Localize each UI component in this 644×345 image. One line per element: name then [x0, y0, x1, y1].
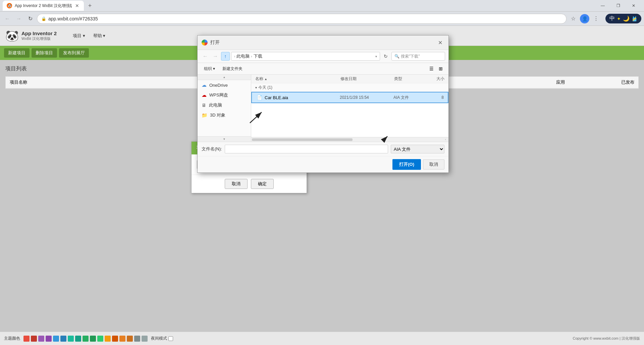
user-avatar[interactable]: 👤: [580, 14, 589, 23]
tab-title: App Inventor 2 WxBit 汉化增强版: [15, 3, 72, 9]
dialog-sidebar: ▲ ☁ OneDrive ☁ WPS网盘 🖥 此电脑 📁: [198, 75, 251, 142]
swatch-orange1[interactable]: [112, 336, 118, 342]
swatch-orange3[interactable]: [127, 336, 133, 342]
file-list: ▾ 今天 (1) 📄 Car BLE.aia 2021/1/28 15:54 A…: [251, 83, 448, 137]
swatch-green1[interactable]: [83, 336, 89, 342]
dialog-toolbar-right: ☰ ⊞: [427, 64, 445, 73]
app-content: 🐼 App Inventor 2 WxBit 汉化增强版 项目 ▾ 帮助 ▾ 新…: [0, 26, 644, 332]
file-date: 2021/1/28 15:54: [340, 95, 393, 100]
swatch-gray2[interactable]: [142, 336, 148, 342]
night-banner: 中 ✦ 🌙 🎽: [605, 14, 641, 23]
swatch-purple2[interactable]: [46, 336, 52, 342]
group-chevron[interactable]: ▾: [255, 86, 257, 89]
sidebar-item-wps[interactable]: ☁ WPS网盘: [198, 90, 251, 100]
sidebar-item-onedrive[interactable]: ☁ OneDrive: [198, 80, 251, 90]
search-icon: 🔍: [394, 54, 399, 59]
file-panel: 名称 ▲ 修改日期 类型 大小 ▾ 今天 (1): [251, 75, 448, 142]
swatch-red1[interactable]: [23, 336, 30, 342]
reload-button[interactable]: ↻: [25, 14, 35, 23]
view-list-button[interactable]: ☰: [427, 64, 436, 73]
night-mode-toggle[interactable]: 夜间模式: [151, 336, 173, 341]
swatch-blue2[interactable]: [60, 336, 66, 342]
col-modified-header[interactable]: 修改日期: [340, 76, 394, 82]
file-name: Car BLE.aia: [265, 95, 340, 100]
swatch-blue1[interactable]: [53, 336, 59, 342]
sidebar-scroll-down[interactable]: ▼: [198, 136, 251, 142]
swatch-purple1[interactable]: [38, 336, 44, 342]
col-type-header[interactable]: 类型: [394, 76, 428, 82]
3d-label: 3D 对象: [210, 112, 225, 118]
col-name-header-file[interactable]: 名称 ▲: [255, 76, 340, 82]
file-item[interactable]: 📄 Car BLE.aia 2021/1/28 15:54 AIA 文件 8: [251, 92, 448, 103]
nav-up-button[interactable]: ↑: [221, 52, 230, 61]
pc-icon: 🖥: [202, 102, 206, 108]
wps-icon: ☁: [202, 92, 207, 98]
search-box[interactable]: 🔍 搜索"下载": [391, 52, 445, 61]
night-mode-checkbox[interactable]: [168, 336, 173, 341]
wps-label: WPS网盘: [209, 92, 228, 98]
bookmark-icon[interactable]: ☆: [569, 14, 578, 23]
col-size-header[interactable]: 大小: [428, 76, 444, 82]
swatch-green3[interactable]: [97, 336, 103, 342]
file-group-today: ▾ 今天 (1): [251, 83, 448, 92]
new-tab-button[interactable]: +: [85, 1, 95, 10]
dialog-body: ▲ ☁ OneDrive ☁ WPS网盘 🖥 此电脑 📁: [198, 75, 448, 142]
swatch-red2[interactable]: [31, 336, 37, 342]
nav-back-button[interactable]: ←: [201, 52, 210, 61]
sidebar-scroll-up[interactable]: ▲: [198, 75, 251, 80]
onedrive-icon: ☁: [202, 82, 207, 88]
dialog-titlebar: 打开 ✕: [198, 36, 448, 50]
url-bar[interactable]: 🔒 app.wxbit.com/#726335: [37, 14, 567, 24]
lock-icon: 🔒: [41, 16, 46, 21]
pc-label: 此电脑: [209, 102, 222, 108]
nav-forward-button[interactable]: →: [211, 52, 220, 61]
tab-close[interactable]: ✕: [74, 3, 80, 8]
open-button[interactable]: 打开(O): [392, 159, 421, 170]
swatch-yellow[interactable]: [105, 336, 111, 342]
file-dialog: 打开 ✕ ← → ↑ › 此电脑 › 下载 ▾ ↻ 🔍 搜索": [197, 35, 449, 173]
swatch-teal2[interactable]: [75, 336, 81, 342]
new-folder-button[interactable]: 新建文件夹: [219, 65, 246, 73]
horizontal-scrollbar[interactable]: ›: [251, 137, 448, 142]
filetype-select[interactable]: AIA 文件: [391, 145, 444, 153]
path-downloads[interactable]: 下载: [254, 53, 262, 59]
menu-icon[interactable]: ⋮: [591, 14, 601, 23]
organize-button[interactable]: 组织 ▾: [201, 65, 218, 73]
back-button[interactable]: ←: [3, 14, 12, 23]
dialog-title-text: 打开: [210, 40, 220, 46]
theme-label: 主题颜色: [4, 336, 20, 341]
cancel-button[interactable]: 取消: [423, 159, 444, 169]
restore-button[interactable]: ❐: [610, 0, 626, 12]
path-refresh-button[interactable]: ↻: [381, 52, 390, 61]
tab-favicon: 🐼: [7, 3, 12, 8]
browser-tab[interactable]: 🐼 App Inventor 2 WxBit 汉化增强版 ✕: [3, 1, 84, 11]
path-chevron[interactable]: ▾: [375, 55, 377, 58]
close-button[interactable]: ✕: [626, 0, 641, 12]
filename-input[interactable]: [225, 145, 388, 153]
dialog-footer: 文件名(N): AIA 文件: [198, 142, 448, 156]
minimize-button[interactable]: —: [595, 0, 610, 12]
path-breadcrumb[interactable]: › 此电脑 › 下载 ▾: [231, 52, 380, 61]
swatch-green2[interactable]: [90, 336, 96, 342]
swatch-gray1[interactable]: [134, 336, 140, 342]
search-placeholder: 搜索"下载": [401, 54, 420, 59]
swatch-orange2[interactable]: [119, 336, 125, 342]
dialog-toolbar-left: 组织 ▾ 新建文件夹: [201, 65, 246, 73]
dialog-close-button[interactable]: ✕: [436, 38, 444, 47]
url-text: app.wxbit.com/#726335: [48, 16, 98, 21]
file-dialog-overlay: 打开 ✕ ← → ↑ › 此电脑 › 下载 ▾ ↻ 🔍 搜索": [0, 26, 644, 247]
address-bar: ← → ↻ 🔒 app.wxbit.com/#726335 ☆ 👤 ⋮ 中 ✦ …: [0, 12, 644, 26]
swatch-teal1[interactable]: [68, 336, 74, 342]
3d-icon: 📁: [202, 113, 207, 118]
window-controls: — ❐ ✕: [595, 0, 641, 12]
forward-button[interactable]: →: [14, 14, 23, 23]
view-panel-button[interactable]: ⊞: [436, 64, 445, 73]
sidebar-item-pc[interactable]: 🖥 此电脑: [198, 100, 251, 110]
scroll-right-btn[interactable]: ›: [443, 137, 448, 142]
file-icon: 📄: [256, 94, 263, 101]
path-arrow2: ›: [251, 55, 252, 58]
sidebar-item-3d[interactable]: 📁 3D 对象: [198, 110, 251, 120]
filename-label: 文件名(N):: [202, 146, 222, 152]
path-pc[interactable]: 此电脑: [236, 53, 250, 59]
chrome-logo: [202, 40, 208, 46]
